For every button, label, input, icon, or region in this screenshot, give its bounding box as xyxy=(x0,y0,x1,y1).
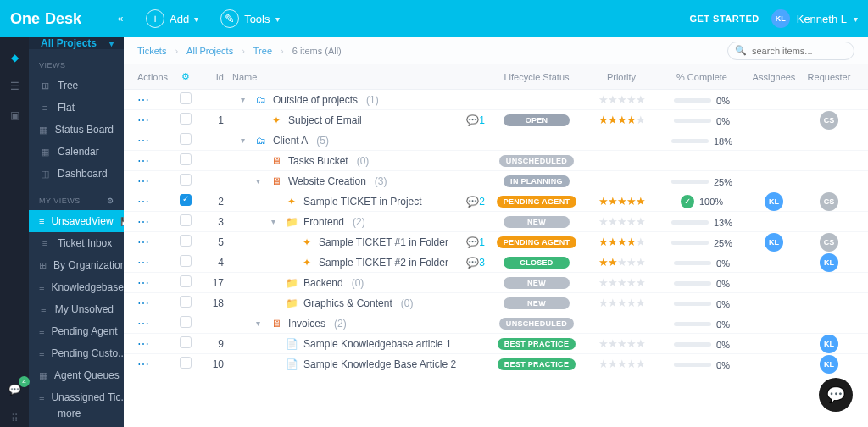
row-checkbox[interactable] xyxy=(180,296,192,308)
row-checkbox[interactable] xyxy=(180,92,192,104)
item-name[interactable]: Client A xyxy=(273,135,308,147)
sidebar-item-unsavedview[interactable]: ≡UnsavedView💾 xyxy=(29,210,124,232)
sidebar-item-by-organization[interactable]: ⊞By Organization xyxy=(29,254,124,276)
table-row[interactable]: ⋯ 10 📄 Sample Knowledge Base Article 2 B… xyxy=(124,354,868,374)
row-actions-button[interactable]: ⋯ xyxy=(137,276,150,290)
row-actions-button[interactable]: ⋯ xyxy=(137,215,150,229)
lifecycle-badge[interactable]: UNSCHEDULED xyxy=(499,318,574,330)
row-checkbox[interactable] xyxy=(180,214,192,226)
expand-toggle[interactable]: ▾ xyxy=(241,95,249,104)
item-name[interactable]: Graphics & Content xyxy=(303,297,392,309)
item-name[interactable]: Invoices xyxy=(288,318,326,330)
row-actions-button[interactable]: ⋯ xyxy=(137,154,150,168)
expand-toggle[interactable]: ▾ xyxy=(256,319,264,328)
table-row[interactable]: ⋯ 17 📁 Backend (0) NEW ★★★★★ ✓0% xyxy=(124,273,868,293)
item-name[interactable]: Website Creation xyxy=(288,175,366,187)
table-row[interactable]: ⋯ ▾ 🖥 Invoices (2) UNSCHEDULED ✓0% xyxy=(124,313,868,334)
priority-stars[interactable]: ★★★★★ xyxy=(598,236,645,248)
table-row[interactable]: ⋯ 1 ✦ Subject of Email 💬1 OPEN ★★★★★ ✓0%… xyxy=(124,110,868,130)
priority-stars[interactable]: ★★★★★ xyxy=(598,337,645,350)
breadcrumb[interactable]: Tickets xyxy=(137,46,166,56)
row-checkbox[interactable] xyxy=(180,113,192,125)
conversations-badge[interactable]: 💬2 xyxy=(466,196,485,208)
avatar[interactable]: CS xyxy=(820,192,838,211)
lifecycle-badge[interactable]: CLOSED xyxy=(504,257,570,269)
project-selector[interactable]: All Projects ▾ xyxy=(29,37,124,49)
sidebar-item-ticket-inbox[interactable]: ≡Ticket Inbox xyxy=(29,232,124,254)
row-checkbox[interactable] xyxy=(180,235,192,247)
breadcrumb[interactable]: Tree xyxy=(253,46,272,56)
sidebar-item-pending-custo-[interactable]: ≡Pending Custo... xyxy=(29,342,124,364)
sidebar-item-my-unsolved[interactable]: ≡My Unsolved xyxy=(29,298,124,320)
item-name[interactable]: Sample Knowledgebase article 1 xyxy=(303,338,452,350)
table-row[interactable]: ⋯ 18 📁 Graphics & Content (0) NEW ★★★★★ … xyxy=(124,293,868,313)
lifecycle-badge[interactable]: NEW xyxy=(504,277,570,289)
sidebar-item-agent-queues[interactable]: ▦Agent Queues xyxy=(29,364,124,386)
sidebar-item-flat[interactable]: ≡Flat xyxy=(29,97,124,119)
row-actions-button[interactable]: ⋯ xyxy=(137,236,150,249)
col-name[interactable]: Name xyxy=(232,72,490,82)
lifecycle-badge[interactable]: PENDING AGENT xyxy=(497,196,577,208)
priority-stars[interactable]: ★★★★★ xyxy=(598,256,645,269)
item-name[interactable]: Tasks Bucket xyxy=(288,155,348,167)
lifecycle-badge[interactable]: NEW xyxy=(504,297,570,309)
search-input[interactable] xyxy=(752,46,868,56)
table-row[interactable]: ⋯ ▾ 🖥 Website Creation (3) IN PLANNING ✓… xyxy=(124,171,868,191)
lifecycle-badge[interactable]: IN PLANNING xyxy=(504,175,570,187)
lifecycle-badge[interactable]: BEST PRACTICE xyxy=(498,338,576,350)
item-name[interactable]: Outside of projects xyxy=(273,94,358,106)
messenger-icon[interactable]: 💬 xyxy=(6,381,23,398)
get-started-button[interactable]: GET STARTED xyxy=(677,7,771,30)
priority-stars[interactable]: ★★★★★ xyxy=(598,276,645,289)
conversations-badge[interactable]: 💬3 xyxy=(466,257,485,269)
expand-toggle[interactable]: ▾ xyxy=(271,217,280,226)
avatar[interactable]: KL xyxy=(765,192,783,211)
table-row[interactable]: ⋯ 2 ✦ Sample TICKET in Project 💬2 PENDIN… xyxy=(124,191,868,212)
projects-icon[interactable]: ▣ xyxy=(6,107,23,124)
conversations-badge[interactable]: 💬1 xyxy=(466,236,485,248)
row-actions-button[interactable]: ⋯ xyxy=(137,134,150,147)
expand-toggle[interactable]: ▾ xyxy=(241,136,249,145)
lifecycle-badge[interactable]: PENDING AGENT xyxy=(497,236,577,248)
item-name[interactable]: Subject of Email xyxy=(288,114,362,126)
avatar[interactable]: KL xyxy=(765,233,783,252)
col-assignees[interactable]: Assignees xyxy=(744,72,804,82)
row-actions-button[interactable]: ⋯ xyxy=(137,358,150,371)
row-checkbox[interactable] xyxy=(180,275,192,287)
apps-icon[interactable]: ⠿ xyxy=(6,410,23,427)
avatar[interactable]: CS xyxy=(820,111,838,130)
item-name[interactable]: Sample TICKET #2 in Folder xyxy=(319,257,448,269)
user-name[interactable]: Kenneth L xyxy=(797,13,847,25)
row-actions-button[interactable]: ⋯ xyxy=(137,114,150,127)
collapse-sidebar-button[interactable]: « xyxy=(110,8,131,29)
priority-stars[interactable]: ★★★★★ xyxy=(598,215,645,228)
sidebar-item-knowledgebase[interactable]: ≡Knowledgebase xyxy=(29,276,124,298)
priority-stars[interactable]: ★★★★★ xyxy=(598,297,645,309)
row-checkbox[interactable] xyxy=(180,194,192,206)
row-actions-button[interactable]: ⋯ xyxy=(137,317,150,330)
more-views[interactable]: ⋯ more xyxy=(29,408,124,419)
row-actions-button[interactable]: ⋯ xyxy=(137,195,150,208)
col-complete[interactable]: % Complete xyxy=(659,72,744,82)
priority-stars[interactable]: ★★★★★ xyxy=(598,93,645,106)
priority-stars[interactable]: ★★★★★ xyxy=(598,114,645,126)
row-actions-button[interactable]: ⋯ xyxy=(137,337,150,351)
row-checkbox[interactable] xyxy=(180,153,192,165)
row-actions-button[interactable]: ⋯ xyxy=(137,256,150,269)
table-row[interactable]: ⋯ 🖥 Tasks Bucket (0) UNSCHEDULED xyxy=(124,151,868,171)
table-row[interactable]: ⋯ 5 ✦ Sample TICKET #1 in Folder 💬1 PEND… xyxy=(124,232,868,252)
table-row[interactable]: ⋯ 3 ▾ 📁 Frontend (2) NEW ★★★★★ ✓13% xyxy=(124,212,868,232)
chevron-down-icon[interactable]: ▾ xyxy=(854,14,858,24)
tools-button[interactable]: ✎ Tools ▾ xyxy=(214,6,286,31)
user-avatar[interactable]: KL xyxy=(771,9,790,28)
breadcrumb[interactable]: All Projects xyxy=(186,46,233,56)
item-name[interactable]: Sample Knowledge Base Article 2 xyxy=(303,358,456,370)
conversations-badge[interactable]: 💬1 xyxy=(466,114,485,126)
avatar[interactable]: KL xyxy=(820,355,838,374)
sidebar-item-dashboard[interactable]: ◫Dashboard xyxy=(29,163,124,185)
sidebar-item-unassigned-tic-[interactable]: ≡Unassigned Tic... xyxy=(29,386,124,408)
sidebar-item-status-board[interactable]: ▦Status Board xyxy=(29,119,124,141)
table-row[interactable]: ⋯ 4 ✦ Sample TICKET #2 in Folder 💬3 CLOS… xyxy=(124,252,868,273)
item-name[interactable]: Frontend xyxy=(303,216,344,228)
filter-icon[interactable]: ⚙ xyxy=(107,197,114,205)
